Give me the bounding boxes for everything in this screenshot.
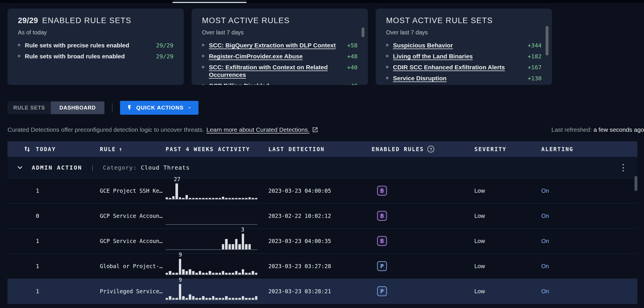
rule-name[interactable]: Global or Project-… — [100, 263, 166, 269]
table-row[interactable]: 1 GCP Service Accoun… 3 2023-03-23 04:00… — [8, 229, 637, 254]
card-scrollbar[interactable] — [362, 27, 364, 37]
last-detection: 2023-02-22 10:02:12 — [268, 213, 372, 219]
col-enabled-rules[interactable]: ENABLED RULES — [372, 146, 424, 152]
quick-actions-button[interactable]: QUICK ACTIONS — [120, 101, 199, 115]
sort-swap-icon[interactable] — [23, 145, 31, 153]
bullet-icon — [386, 66, 388, 68]
enabled-rules-badge[interactable]: P — [377, 261, 387, 271]
item-value: +167 — [522, 64, 542, 71]
table-row[interactable]: 1 GCE Project SSH Ke… 27 2023-03-23 04:0… — [8, 178, 637, 203]
today-count: 1 — [8, 238, 100, 244]
quick-actions-label: QUICK ACTIONS — [136, 105, 184, 111]
list-item[interactable]: CDIR SCC Enhanced Exfiltration Alerts +1… — [386, 64, 542, 71]
sort-asc-icon[interactable]: ↑ — [119, 146, 123, 152]
card-list: Rule sets with precise rules enabled 29/… — [18, 42, 173, 60]
enabled-rules-badge[interactable]: P — [377, 286, 387, 296]
rule-link[interactable]: Register-CimProvider.exe Abuse — [209, 53, 337, 60]
tab-rule-sets[interactable]: RULE SETS — [8, 101, 51, 114]
card-title-text: MOST ACTIVE RULE SETS — [386, 16, 493, 25]
table-scrollbar[interactable] — [634, 176, 637, 191]
group-row-admin-action[interactable]: ADMIN ACTION | Category: Cloud Threats ⋮ — [8, 157, 637, 178]
rule-set-link[interactable]: Service Disruption — [393, 75, 517, 82]
enabled-rules-badge[interactable]: B — [377, 236, 387, 246]
table-header: TODAY RULE ↑ PAST 4 WEEKS ACTIVITY LAST … — [8, 141, 637, 157]
item-value: +182 — [522, 53, 542, 60]
description-text-wrap: Curated Detections offer preconfigured d… — [8, 126, 318, 133]
card-most-active-rules: MOST ACTIVE RULES Over last 7 days SCC: … — [192, 9, 368, 85]
bullet-icon — [202, 84, 204, 85]
card-title-text: ENABLED RULE SETS — [42, 16, 131, 25]
rule-set-link[interactable]: Living off the Land Binaries — [393, 53, 517, 60]
description-row: Curated Detections offer preconfigured d… — [8, 126, 644, 133]
today-count: 1 — [8, 263, 100, 270]
alerting-status[interactable]: On — [541, 288, 637, 295]
table-row[interactable]: 1 Global or Project-… 9 2023-03-23 03:27… — [8, 254, 637, 279]
card-most-active-rule-sets: MOST ACTIVE RULE SETS Over last 7 days S… — [376, 9, 552, 85]
col-alerting[interactable]: ALERTING — [541, 146, 637, 152]
rule-name[interactable]: GCP Service Accoun… — [100, 238, 166, 244]
bullet-icon — [386, 55, 388, 57]
last-detection: 2023-03-23 04:00:05 — [268, 188, 372, 194]
view-toolbar: RULE SETS DASHBOARD QUICK ACTIONS — [8, 101, 644, 115]
help-icon[interactable]: ? — [427, 146, 434, 153]
rule-link[interactable]: GCP Billing Disabled — [209, 82, 337, 85]
bullet-icon — [18, 55, 20, 57]
alerting-status[interactable]: On — [541, 263, 637, 270]
rule-name[interactable]: GCE Project SSH Ke… — [100, 188, 166, 194]
view-switcher: RULE SETS DASHBOARD — [8, 101, 104, 114]
list-item[interactable]: Register-CimProvider.exe Abuse +48 — [202, 53, 357, 60]
col-severity[interactable]: SEVERITY — [474, 146, 541, 152]
severity: Low — [474, 188, 541, 194]
item-value: +40 — [341, 82, 357, 85]
alerting-status[interactable]: On — [541, 213, 637, 219]
bullet-icon — [386, 44, 388, 46]
card-subtitle: Over last 7 days — [386, 29, 542, 36]
col-last-detection[interactable]: LAST DETECTION — [268, 146, 372, 152]
last-detection: 2023-03-23 03:28:21 — [268, 288, 372, 294]
table-row[interactable]: 1 Privileged Service… 9 2023-03-23 03:28… — [8, 279, 637, 304]
rule-set-link[interactable]: Suspicious Behavior — [393, 42, 517, 49]
rule-link[interactable]: SCC: BigQuery Extraction with DLP Contex… — [209, 42, 337, 49]
learn-more-link[interactable]: Learn more about Curated Detections. — [206, 126, 309, 133]
list-item[interactable]: Suspicious Behavior +344 — [386, 42, 542, 49]
enabled-rules-badge[interactable]: B — [377, 186, 387, 196]
bullet-icon — [386, 77, 388, 79]
card-list: SCC: BigQuery Extraction with DLP Contex… — [202, 42, 357, 85]
activity-sparkline: 3 — [166, 234, 257, 250]
col-rule[interactable]: RULE — [100, 146, 116, 152]
alerting-status[interactable]: On — [541, 238, 637, 244]
enabled-rules-badge[interactable]: B — [377, 211, 387, 221]
kebab-menu-icon[interactable]: ⋮ — [617, 163, 630, 172]
card-title: MOST ACTIVE RULE SETS — [386, 16, 542, 25]
item-label: Rule sets with broad rules enabled — [25, 53, 146, 60]
list-item[interactable]: SCC: BigQuery Extraction with DLP Contex… — [202, 42, 357, 49]
col-activity[interactable]: PAST 4 WEEKS ACTIVITY — [166, 146, 268, 152]
item-value: +48 — [341, 53, 357, 60]
item-label: Rule sets with precise rules enabled — [25, 42, 146, 49]
last-refreshed-value: a few seconds ago — [594, 126, 644, 133]
card-scrollbar[interactable] — [546, 26, 548, 55]
curated-detections-table: TODAY RULE ↑ PAST 4 WEEKS ACTIVITY LAST … — [8, 141, 637, 304]
list-item[interactable]: SCC: Exfiltration with Context on Relate… — [202, 64, 357, 79]
rule-link[interactable]: SCC: Exfiltration with Context on Relate… — [209, 64, 337, 79]
bullet-icon — [18, 44, 20, 46]
external-link-icon[interactable] — [312, 127, 318, 133]
tab-dashboard[interactable]: DASHBOARD — [51, 101, 104, 114]
col-today[interactable]: TODAY — [36, 146, 56, 152]
chevron-down-icon[interactable] — [16, 164, 24, 171]
summary-cards: 29/29 ENABLED RULE SETS As of today Rule… — [8, 9, 644, 85]
card-title: MOST ACTIVE RULES — [202, 16, 357, 25]
rule-set-link[interactable]: CDIR SCC Enhanced Exfiltration Alerts — [393, 64, 517, 71]
rule-name[interactable]: Privileged Service… — [100, 288, 166, 294]
list-item[interactable]: GCP Billing Disabled +40 — [202, 82, 357, 85]
list-item[interactable]: Service Disruption +130 — [386, 75, 542, 82]
list-item[interactable]: Living off the Land Binaries +182 — [386, 53, 542, 60]
alerting-status[interactable]: On — [541, 188, 637, 194]
severity: Low — [474, 263, 541, 270]
item-value: 29/29 — [150, 53, 173, 60]
table-row[interactable]: 0 GCP Service Accoun… 2023-02-22 10:02:1… — [8, 203, 637, 229]
rule-name[interactable]: GCP Service Accoun… — [100, 213, 166, 219]
item-value: +344 — [522, 42, 542, 49]
severity: Low — [474, 288, 541, 295]
activity-sparkline: 9 — [166, 259, 257, 275]
